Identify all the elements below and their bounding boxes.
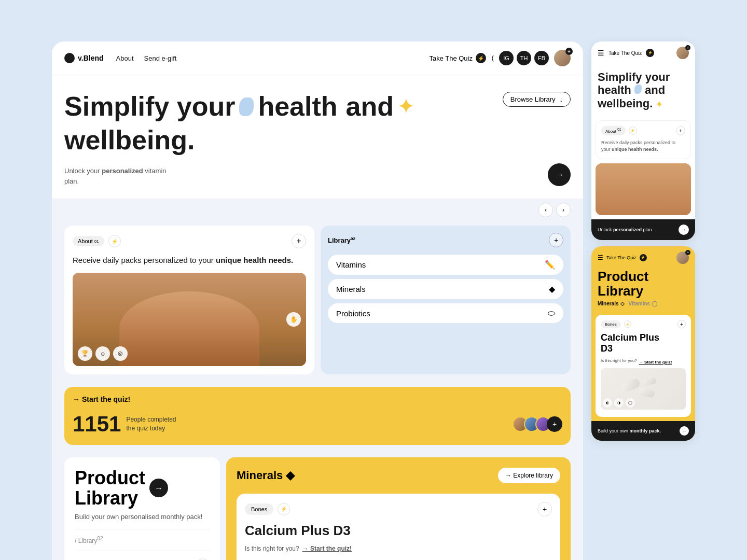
phone-menu-icon[interactable]: ☰: [598, 49, 604, 57]
probiotics-label: Probiotics: [336, 309, 370, 318]
ppc-bottom-bar: Build your own monthly pack. →: [591, 421, 695, 441]
minerals-diamond-icon: ◆: [286, 469, 295, 482]
phone-about-badge: About 01: [601, 126, 626, 135]
nav-about[interactable]: About: [116, 54, 134, 62]
phone-title: Simplify your health and wellbeing. ✦: [598, 71, 689, 110]
cards-grid: About 01 ⚡ + Receive daily packs persona…: [52, 219, 583, 387]
logo[interactable]: v.Blend: [64, 53, 104, 63]
ppc-minerals: Minerals ◇: [598, 301, 625, 306]
navbar: v.Blend About Send e-gift Take The Quiz …: [52, 41, 583, 75]
about-badge-num: 01: [94, 239, 99, 244]
detail-plus-btn[interactable]: +: [537, 502, 552, 516]
drag-icon[interactable]: ✋: [286, 312, 301, 327]
product-main-card: Minerals ◆ → Explore library Bones ⚡ +: [226, 457, 571, 560]
ppc-right-for: Is this right for you?: [601, 358, 637, 363]
ppc-start-quiz-link[interactable]: → Start the quiz!: [639, 360, 672, 365]
phone-photo: [596, 163, 691, 215]
avatar-plus-icon: +: [565, 48, 573, 55]
calcium-title: Calcium Plus D3: [245, 523, 552, 539]
ppc-bottom-text: Build your own monthly pack.: [598, 428, 661, 433]
list-item[interactable]: Probiotics ⬭: [328, 303, 563, 323]
ppc-quiz-label: Take The Quiz: [606, 255, 637, 260]
avatar[interactable]: +: [554, 50, 571, 66]
hero-title: Simplify your health and ✦ wellbeing.: [64, 92, 427, 155]
logo-icon: [64, 53, 75, 63]
hero-blob-icon: [239, 97, 254, 116]
carousel-next-button[interactable]: ›: [556, 203, 571, 217]
instagram-icon[interactable]: IG: [499, 51, 514, 65]
library-card: Library02 + Vitamins ✏️ Minerals ◆ Probi…: [321, 226, 571, 374]
avatar-more-button[interactable]: +: [547, 416, 562, 432]
take-quiz-button[interactable]: Take The Quiz ⚡: [429, 53, 486, 63]
detail-badge-row: Bones ⚡ +: [245, 502, 552, 516]
phone-about-card: About 01 ⚡ + Receive daily packs persona…: [596, 120, 691, 159]
photo-icons: 🏆 ☺ ◎: [78, 346, 128, 361]
subtitle-bold: personalized: [102, 167, 143, 175]
browse-btn-label: Browse Library: [510, 95, 556, 103]
ppc-pill-3: [643, 377, 657, 386]
ppc-menu-icon[interactable]: ☰: [598, 254, 603, 261]
product-main-header: Minerals ◆ → Explore library: [237, 468, 560, 483]
about-card-photo: 🏆 ☺ ◎ ✋: [73, 273, 306, 366]
ppc-nav: ☰ Take The Quiz ⚡ +: [591, 246, 695, 269]
detail-link-icon[interactable]: ⚡: [278, 503, 290, 515]
phone-star: ✦: [656, 100, 662, 109]
ppc-icons: ◐ ◑ ◯: [603, 398, 635, 408]
ppc-plus-btn[interactable]: +: [677, 320, 686, 328]
right-for-you-text: Is this right for you? → Start the quiz!: [245, 545, 552, 552]
ppc-bottom-arrow[interactable]: →: [680, 426, 689, 436]
browse-library-button[interactable]: Browse Library ↓: [503, 92, 571, 107]
library-title: Library02: [328, 236, 355, 244]
about-card-plus[interactable]: +: [292, 234, 306, 248]
carousel-prev-button[interactable]: ‹: [538, 203, 553, 217]
library-num-label: / Library02: [75, 529, 210, 544]
ppc-title: ProductLibrary: [591, 269, 695, 299]
about-link-icon[interactable]: ⚡: [108, 235, 121, 247]
quiz-completed-text: People completed the quiz today: [126, 415, 178, 433]
ppc-subtitle-row: Minerals ◇ Vitamins ◯: [591, 299, 695, 311]
phone-photo-inner: [596, 163, 691, 215]
subtitle-prefix: Unlock your: [64, 167, 102, 175]
list-item[interactable]: Vitamins ✏️: [328, 255, 563, 275]
phone-bottom-arrow[interactable]: →: [679, 225, 689, 235]
ppc-quiz-icon: ⚡: [640, 254, 647, 261]
hero-section: Simplify your health and ✦ wellbeing. Br…: [52, 75, 583, 199]
ppc-vitamins: Vitamins ◯: [629, 301, 657, 306]
trophy-icon: 🏆: [78, 346, 92, 361]
library-plus-btn[interactable]: +: [549, 233, 563, 247]
nav-send-gift[interactable]: Send e-gift: [144, 54, 177, 62]
phone-about-text: Receive daily packs personalized to your…: [601, 139, 685, 153]
share-icon[interactable]: ⟨: [491, 54, 494, 62]
quiz-btn-label: Take The Quiz: [429, 54, 473, 62]
phone-plus-btn[interactable]: +: [676, 126, 685, 135]
facebook-icon[interactable]: FB: [534, 51, 549, 65]
product-sidebar: Product Library → Build your own persona…: [64, 457, 220, 560]
phone-quiz-icon: ⚡: [646, 49, 654, 57]
quiz-count: 1151: [73, 412, 121, 437]
explore-library-button[interactable]: → Explore library: [498, 468, 560, 483]
list-item[interactable]: Minerals ◆: [328, 279, 563, 299]
library-items: Vitamins ✏️ Minerals ◆ Probiotics ⬭: [328, 255, 563, 323]
about-card: About 01 ⚡ + Receive daily packs persona…: [64, 226, 314, 374]
phone-badge-row: About 01 ⚡ +: [601, 126, 685, 135]
hero-bottom: Unlock your personalized vitamin plan. →: [64, 163, 571, 186]
face-icon: ☺: [95, 346, 110, 361]
threads-icon[interactable]: TH: [517, 51, 531, 65]
phone-bottom-bar: Unlock personalized plan. →: [591, 219, 695, 240]
social-icons: IG TH FB: [499, 51, 549, 65]
start-quiz-link[interactable]: → Start the quiz!: [73, 395, 562, 403]
ppc-avatar-plus: +: [685, 250, 690, 255]
hero-cta-button[interactable]: →: [548, 163, 571, 186]
vitamins-icon: ✏️: [545, 260, 555, 270]
start-quiz-panel: → Start the quiz! 1151 People completed …: [64, 387, 571, 445]
start-quiz-link2[interactable]: → Start the quiz!: [302, 545, 352, 552]
ppc-product-card: Bones ⚡ + Calcium PlusD3 Is this right f…: [596, 315, 691, 417]
bones-badge: Bones: [245, 503, 273, 515]
hero-title-line1: Simplify your: [64, 92, 235, 121]
quiz-btn-icon: ⚡: [476, 53, 486, 63]
nav-right: Take The Quiz ⚡ ⟨ IG TH FB +: [429, 50, 571, 66]
ppc-calcium-title: Calcium PlusD3: [601, 332, 686, 354]
hero-title-wellbeing: wellbeing.: [64, 125, 195, 155]
product-title: Product Library →: [75, 468, 210, 509]
product-arrow-button[interactable]: →: [149, 479, 168, 497]
